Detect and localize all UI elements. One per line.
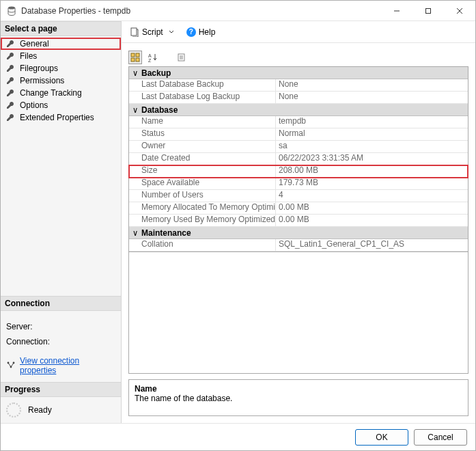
help-icon: ? [186, 27, 196, 37]
left-panel: Select a page GeneralFilesFilegroupsPerm… [1, 21, 122, 423]
connection-block: Server: Connection: View connection prop… [1, 311, 121, 382]
property-value: 0.00 MB [276, 215, 468, 226]
property-value: 06/22/2023 3:31:35 AM [276, 153, 468, 165]
script-dropdown-arrow-icon[interactable] [169, 27, 174, 37]
svg-text:A: A [148, 53, 152, 58]
cancel-button[interactable]: Cancel [414, 429, 467, 446]
property-value: tempdb [276, 116, 468, 128]
property-row[interactable]: Size208.00 MB [129, 165, 468, 178]
connection-icon [6, 361, 16, 371]
description-body: The name of the database. [135, 394, 462, 403]
property-row[interactable]: Last Database BackupNone [129, 79, 468, 92]
close-button[interactable] [444, 1, 475, 21]
server-label: Server: [6, 322, 115, 331]
page-item-label: Files [20, 51, 37, 61]
page-item-label: Change Tracking [20, 88, 82, 98]
property-value: 179.73 MB [276, 178, 468, 189]
progress-header: Progress [1, 382, 121, 397]
page-item-general[interactable]: General [1, 38, 121, 50]
script-button[interactable]: Script [127, 26, 166, 38]
property-value: None [276, 92, 468, 103]
property-pages-button[interactable] [175, 51, 188, 64]
property-row[interactable]: Memory Allocated To Memory Optimized Obj… [129, 202, 468, 215]
page-item-options[interactable]: Options [1, 99, 121, 111]
window-title: Database Properties - tempdb [21, 6, 381, 16]
property-key: Owner [129, 141, 276, 152]
page-item-label: General [20, 39, 49, 49]
wrench-icon [6, 52, 16, 60]
property-key: Last Database Backup [129, 79, 276, 91]
category-label: Database [141, 105, 178, 115]
titlebar[interactable]: Database Properties - tempdb [1, 1, 475, 21]
property-grid-blank [128, 252, 468, 374]
minimize-button[interactable] [381, 1, 412, 21]
property-row[interactable]: Last Database Log BackupNone [129, 92, 468, 104]
pages-icon [177, 53, 186, 62]
wrench-icon [6, 89, 16, 97]
property-row[interactable]: CollationSQL_Latin1_General_CP1_CI_AS [129, 239, 468, 251]
toolbar: Script ? Help [122, 21, 475, 43]
page-item-permissions[interactable]: Permissions [1, 74, 121, 87]
page-item-change-tracking[interactable]: Change Tracking [1, 87, 121, 99]
view-connection-properties-link[interactable]: View connection properties [6, 356, 115, 375]
property-row[interactable]: Space Available179.73 MB [129, 178, 468, 190]
page-item-extended-properties[interactable]: Extended Properties [1, 111, 121, 124]
property-key: Number of Users [129, 190, 276, 202]
help-button[interactable]: ? Help [184, 26, 219, 38]
cancel-label: Cancel [428, 433, 453, 442]
page-item-label: Filegroups [20, 64, 58, 73]
view-connection-properties-label: View connection properties [20, 356, 115, 375]
property-row[interactable]: Date Created06/22/2023 3:31:35 AM [129, 153, 468, 165]
database-icon [6, 5, 17, 16]
categorized-view-button[interactable] [128, 51, 142, 64]
property-key: Date Created [129, 153, 276, 165]
description-title: Name [135, 384, 462, 394]
svg-rect-10 [136, 53, 139, 57]
property-row[interactable]: Nametempdb [129, 116, 468, 128]
right-panel: Script ? Help AZ [122, 21, 475, 423]
property-value: 0.00 MB [276, 202, 468, 214]
svg-rect-8 [131, 28, 137, 36]
page-item-files[interactable]: Files [1, 50, 121, 62]
category-database[interactable]: ∨Database [129, 104, 468, 116]
page-item-label: Permissions [20, 76, 64, 85]
category-label: Backup [141, 68, 171, 78]
property-value: 208.00 MB [276, 165, 468, 177]
progress-spinner-icon [6, 402, 21, 418]
description-box: Name The name of the database. [128, 379, 468, 416]
svg-rect-2 [426, 9, 431, 14]
wrench-icon [6, 40, 16, 48]
wrench-icon [6, 113, 16, 122]
maximize-button[interactable] [412, 1, 444, 21]
wrench-icon [6, 101, 16, 109]
property-key: Memory Used By Memory Optimized Objects [129, 215, 276, 226]
property-value: Normal [276, 128, 468, 140]
ok-button[interactable]: OK [355, 429, 408, 446]
svg-rect-12 [136, 58, 139, 62]
help-label: Help [199, 27, 216, 37]
page-item-label: Options [20, 100, 48, 110]
sort-az-icon: AZ [148, 53, 158, 62]
page-item-filegroups[interactable]: Filegroups [1, 62, 121, 74]
collapse-icon[interactable]: ∨ [129, 228, 141, 238]
property-key: Last Database Log Backup [129, 92, 276, 103]
svg-rect-9 [131, 53, 135, 57]
progress-block: Ready [1, 397, 121, 423]
connection-label: Connection: [6, 337, 115, 346]
collapse-icon[interactable]: ∨ [129, 68, 141, 78]
property-row[interactable]: Ownersa [129, 141, 468, 153]
alphabetical-view-button[interactable]: AZ [146, 51, 160, 64]
property-key: Name [129, 116, 276, 128]
window-controls [381, 1, 475, 20]
wrench-icon [6, 64, 16, 72]
svg-point-0 [8, 6, 15, 9]
property-row[interactable]: Memory Used By Memory Optimized Objects0… [129, 215, 468, 227]
property-row[interactable]: StatusNormal [129, 128, 468, 141]
category-backup[interactable]: ∨Backup [129, 67, 468, 79]
property-grid[interactable]: ∨BackupLast Database BackupNoneLast Data… [128, 66, 468, 252]
page-item-label: Extended Properties [20, 113, 94, 122]
collapse-icon[interactable]: ∨ [129, 105, 141, 115]
svg-rect-11 [131, 58, 135, 62]
property-row[interactable]: Number of Users4 [129, 190, 468, 202]
category-maintenance[interactable]: ∨Maintenance [129, 227, 468, 239]
